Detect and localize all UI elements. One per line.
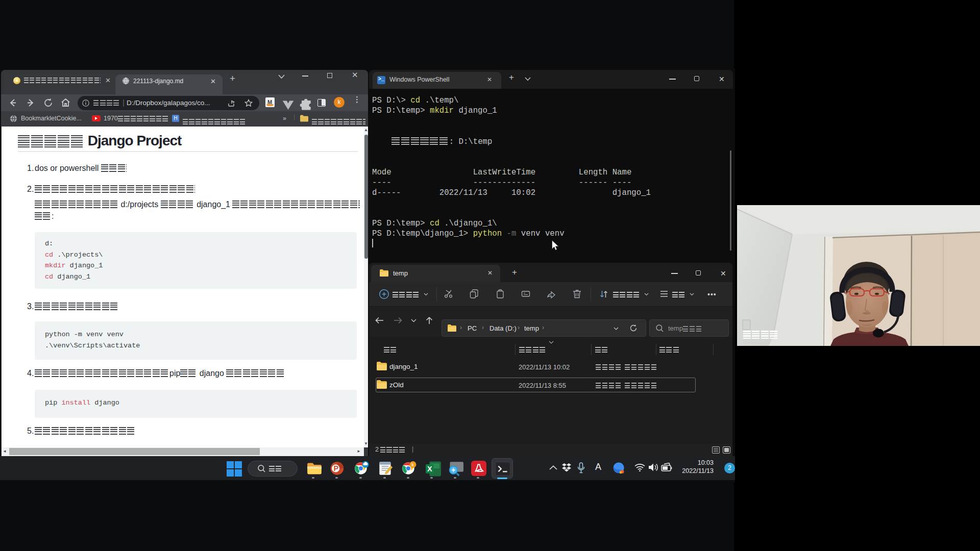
svg-text:P: P (334, 464, 339, 472)
svg-text:k: k (411, 462, 414, 467)
svg-text:X: X (427, 465, 432, 473)
